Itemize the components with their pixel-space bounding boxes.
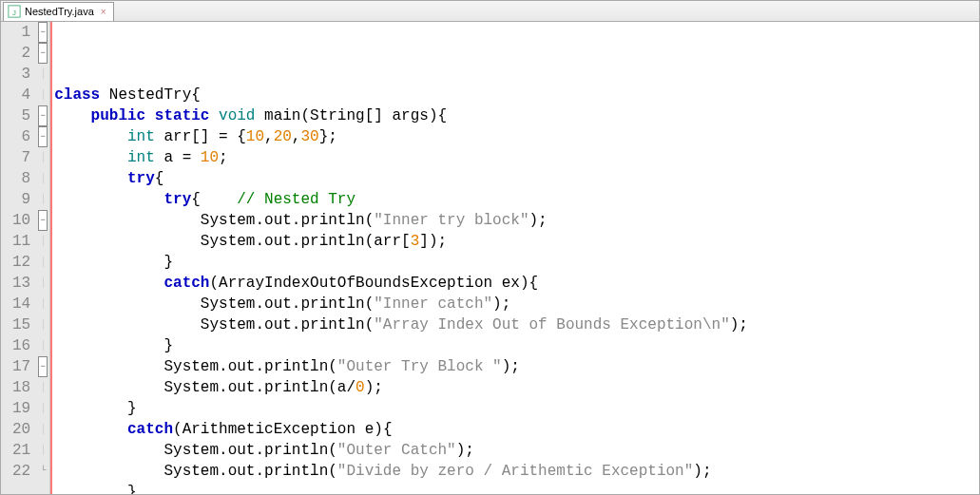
line-number: 1 xyxy=(12,22,30,43)
token-ident xyxy=(201,191,237,208)
token-ident: System.out.println( xyxy=(54,463,337,480)
fold-cell: │ xyxy=(36,231,49,252)
token-op: { xyxy=(437,107,447,124)
fold-collapse-icon[interactable]: − xyxy=(38,105,48,126)
code-line[interactable]: System.out.println("Inner try block"); xyxy=(54,210,979,231)
line-number: 10 xyxy=(12,210,30,231)
token-type: int xyxy=(127,149,155,166)
close-tab-icon[interactable]: × xyxy=(98,6,109,17)
token-ident: NestedTry xyxy=(100,86,191,104)
tab-label: NestedTry.java xyxy=(25,6,94,17)
fold-column: −−││−−│││−││││││−││││└ xyxy=(36,22,49,494)
fold-collapse-icon[interactable]: − xyxy=(38,43,48,64)
fold-cell: │ xyxy=(36,335,49,356)
token-ident: ); xyxy=(502,358,520,375)
token-ident: ); xyxy=(365,379,383,396)
token-num: 30 xyxy=(300,128,318,145)
code-line[interactable]: System.out.println(a/0); xyxy=(54,377,979,398)
token-ident: } xyxy=(54,254,173,271)
svg-text:J: J xyxy=(12,9,16,17)
fold-cell: − xyxy=(36,210,49,231)
line-number: 15 xyxy=(12,314,30,335)
token-ident: ]); xyxy=(419,233,447,250)
token-kw: class xyxy=(54,86,100,104)
token-ident: System.out.println( xyxy=(54,442,337,459)
token-num: 3 xyxy=(411,233,420,250)
token-type: void xyxy=(219,107,255,124)
token-ident: ); xyxy=(730,316,748,333)
token-kw: try xyxy=(127,170,155,187)
code-line[interactable]: try{ xyxy=(54,168,979,189)
file-tab[interactable]: J NestedTry.java × xyxy=(3,2,114,21)
code-line[interactable]: System.out.println("Inner catch"); xyxy=(54,294,979,314)
code-area: 12345678910111213141516171819202122 −−││… xyxy=(1,22,979,494)
code-content[interactable]: class NestedTry{ public static void main… xyxy=(50,22,979,494)
fold-cell: │ xyxy=(36,294,49,314)
code-line[interactable]: } xyxy=(54,398,979,419)
code-line[interactable]: } xyxy=(54,252,979,273)
token-ident: } xyxy=(54,400,136,417)
token-ident: } xyxy=(54,484,136,494)
token-op: { xyxy=(383,421,393,438)
editor-container: J NestedTry.java × 123456789101112131415… xyxy=(0,0,980,495)
line-number: 20 xyxy=(12,419,30,440)
fold-cell: − xyxy=(36,22,49,43)
token-kw: try xyxy=(163,191,191,208)
token-str: "Outer Catch" xyxy=(337,442,456,459)
token-ident: ; xyxy=(219,149,228,166)
token-kw: catch xyxy=(127,421,173,438)
token-ident xyxy=(54,149,127,166)
code-line[interactable]: System.out.println(arr[3]); xyxy=(54,231,979,252)
fold-collapse-icon[interactable]: − xyxy=(38,126,48,147)
line-number: 14 xyxy=(12,294,30,314)
code-line[interactable]: public static void main(String[] args){ xyxy=(54,105,979,126)
line-numbers: 12345678910111213141516171819202122 xyxy=(1,22,36,494)
line-number: 7 xyxy=(12,147,30,168)
token-kw: public xyxy=(91,107,146,124)
code-line[interactable]: System.out.println("Array Index Out of B… xyxy=(54,314,979,335)
line-number: 16 xyxy=(12,335,30,356)
token-ident xyxy=(54,107,90,124)
code-line[interactable]: class NestedTry{ xyxy=(54,85,979,105)
token-num: 0 xyxy=(355,379,365,396)
token-ident xyxy=(54,170,127,187)
token-str: "Inner catch" xyxy=(374,295,492,313)
code-line[interactable]: catch(ArithmeticException e){ xyxy=(54,419,979,440)
token-ident xyxy=(145,107,155,124)
line-number: 18 xyxy=(12,377,30,398)
code-line[interactable]: try{ // Nested Try xyxy=(54,189,979,210)
tabs-bar: J NestedTry.java × xyxy=(1,1,979,22)
fold-cell: │ xyxy=(36,398,49,419)
line-number: 22 xyxy=(12,461,30,482)
code-line[interactable]: } xyxy=(54,482,979,494)
line-number: 5 xyxy=(12,105,30,126)
token-kw: static xyxy=(155,107,210,124)
fold-collapse-icon[interactable]: − xyxy=(38,22,48,43)
code-line[interactable]: } xyxy=(54,335,979,356)
code-line[interactable]: System.out.println("Outer Catch"); xyxy=(54,440,979,461)
token-ident xyxy=(54,128,127,145)
fold-collapse-icon[interactable]: − xyxy=(38,356,48,377)
java-file-icon: J xyxy=(8,5,21,18)
line-number: 21 xyxy=(12,440,30,461)
token-ident: (ArrayIndexOutOfBoundsException ex) xyxy=(209,275,528,292)
token-ident: arr[] = { xyxy=(155,128,246,145)
code-line[interactable]: int arr[] = {10,20,30}; xyxy=(54,126,979,147)
code-line[interactable]: catch(ArrayIndexOutOfBoundsException ex)… xyxy=(54,273,979,294)
token-str: "Divide by zero / Arithemtic Exception" xyxy=(337,463,693,480)
token-num: 20 xyxy=(274,128,292,145)
fold-cell: │ xyxy=(36,440,49,461)
token-ident: System.out.println(a/ xyxy=(54,379,355,396)
fold-cell: │ xyxy=(36,147,49,168)
fold-collapse-icon[interactable]: − xyxy=(38,210,48,231)
line-number: 11 xyxy=(12,231,30,252)
fold-cell: │ xyxy=(36,189,49,210)
token-ident: System.out.println( xyxy=(54,316,374,333)
token-ident: }; xyxy=(319,128,337,145)
code-line[interactable]: System.out.println("Outer Try Block "); xyxy=(54,356,979,377)
line-number: 6 xyxy=(12,126,30,147)
code-line[interactable]: int a = 10; xyxy=(54,147,979,168)
token-ident: ); xyxy=(492,295,510,313)
token-op: { xyxy=(155,170,164,187)
code-line[interactable]: System.out.println("Divide by zero / Ari… xyxy=(54,461,979,482)
